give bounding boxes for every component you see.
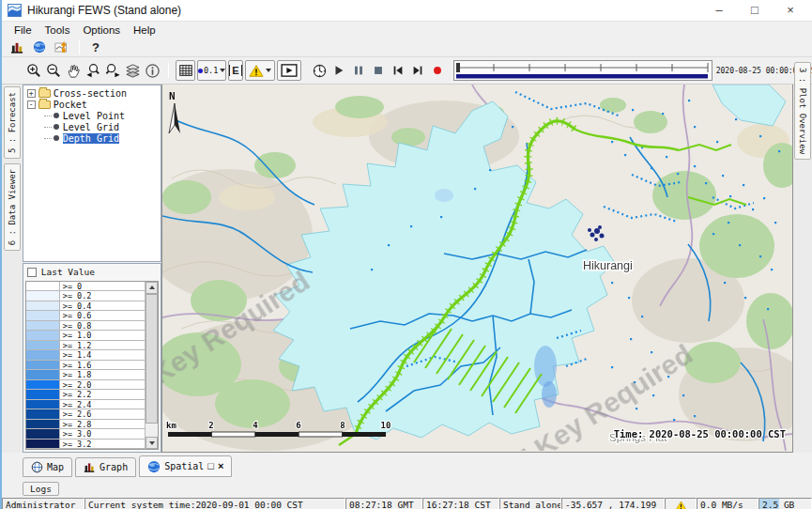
stop-button[interactable]	[369, 60, 389, 81]
last-value-label: Last Value	[41, 267, 95, 277]
tab-spatial[interactable]: Spatial □ ×	[139, 455, 232, 477]
map-time-label: Time: 2020-08-25 00:00:00 CST	[614, 428, 786, 440]
tree-item-label[interactable]: Level Point	[63, 111, 125, 121]
database-bars-icon	[10, 40, 24, 54]
tab-restore-icon[interactable]: □	[207, 461, 214, 471]
left-panel: + Cross-section - Pocket	[23, 85, 161, 453]
zoom-out-button[interactable]	[44, 60, 64, 81]
status-mode: Stand alone	[499, 498, 561, 509]
map-panel: API Key Required API Key Required Hikura…	[161, 85, 793, 453]
last-value-checkbox[interactable]	[27, 268, 37, 277]
right-tabs: 3 : Plot Overview	[794, 62, 811, 160]
tree-item[interactable]: Level Grid	[23, 121, 161, 132]
legend-row: >= 3.2	[26, 440, 145, 450]
layers-button[interactable]	[123, 60, 143, 81]
legend-label: >= 2.0	[60, 380, 145, 390]
legend-color-swatch	[26, 301, 60, 311]
scroll-thumb[interactable]	[146, 294, 158, 424]
legend-label: >= 0.2	[60, 291, 145, 301]
close-button[interactable]: ×	[773, 1, 808, 20]
tree-connector	[44, 127, 52, 128]
legend-color-swatch	[26, 291, 60, 301]
north-label: N	[169, 90, 176, 102]
status-warning[interactable]	[665, 498, 697, 509]
tree-item-label[interactable]: Depth Grid	[63, 133, 119, 144]
info-button[interactable]	[143, 60, 162, 81]
classification-button[interactable]: E	[228, 60, 242, 81]
help-button[interactable]: ?	[85, 40, 106, 54]
legend-scrollbar[interactable]	[145, 282, 158, 450]
tab-graph[interactable]: Graph	[75, 457, 136, 477]
tree-item-label[interactable]: Level Grid	[63, 122, 119, 132]
status-user: Administrator	[2, 498, 84, 509]
contour-threshold-dropdown[interactable]: 0.1	[197, 60, 226, 81]
pause-button[interactable]	[349, 60, 369, 81]
side-tab[interactable]: 3 : Plot Overview	[794, 62, 811, 160]
zoom-previous-button[interactable]	[84, 60, 103, 81]
tab-map[interactable]: Map	[23, 457, 72, 477]
side-tab[interactable]: 5 : Forecast	[4, 86, 21, 159]
animation-timer-button[interactable]	[310, 60, 329, 81]
tree-item[interactable]: - Pocket	[23, 99, 161, 110]
legend-label: >= 1.8	[60, 370, 145, 379]
timeseries-button[interactable]	[51, 39, 73, 55]
title-bar: Hikurangi FEWS (Stand alone) – □ ×	[2, 0, 812, 21]
chart-up-arrow-icon	[54, 40, 69, 54]
scale-tick: 8	[340, 421, 345, 430]
logs-button[interactable]: Logs	[23, 482, 59, 496]
zoom-out-icon	[46, 63, 62, 79]
map-display-button[interactable]	[28, 39, 51, 55]
step-forward-button[interactable]	[408, 60, 428, 81]
legend-label: >= 2.6	[60, 409, 145, 419]
play-button[interactable]	[329, 60, 349, 81]
menu-item[interactable]: Tools	[38, 23, 77, 37]
tab-close-icon[interactable]: ×	[218, 461, 223, 471]
tree-expander-icon[interactable]: +	[27, 89, 36, 98]
node-bullet-icon	[54, 124, 59, 130]
menu-item[interactable]: Options	[76, 23, 127, 37]
zoom-next-button[interactable]	[103, 60, 123, 81]
legend-row: >= 0.8	[26, 321, 145, 332]
map-canvas[interactable]: API Key Required API Key Required Hikura…	[162, 85, 792, 451]
pan-button[interactable]	[64, 60, 84, 81]
legend-label: >= 0	[60, 282, 145, 291]
legend-row: >= 2.4	[26, 400, 145, 410]
legend-label: >= 1.0	[60, 331, 145, 340]
record-button[interactable]	[428, 60, 448, 81]
stop-icon	[372, 64, 385, 77]
topology-tree: + Cross-section - Pocket	[23, 85, 161, 262]
legend-row: >= 1.4	[26, 350, 145, 361]
menu-item[interactable]: File	[8, 23, 38, 37]
warning-dropdown-button[interactable]	[245, 60, 275, 81]
minimize-button[interactable]: –	[701, 1, 737, 20]
step-back-button[interactable]	[389, 60, 408, 81]
legend-color-swatch	[26, 420, 60, 429]
tree-item-label[interactable]: Pocket	[54, 100, 87, 110]
pan-hand-icon	[66, 63, 82, 79]
legend-label: >= 2.8	[60, 420, 145, 429]
toolbar-main: ?	[2, 38, 812, 56]
legend-label: >= 1.2	[60, 341, 145, 350]
classification-e-icon: E	[229, 65, 241, 76]
menu-item[interactable]: Help	[127, 23, 162, 37]
toolbar-separator	[79, 39, 80, 54]
side-tab-label: 3 : Plot Overview	[798, 68, 807, 154]
legend-row: >= 1.0	[26, 331, 145, 341]
grid-display-button[interactable]	[176, 60, 195, 81]
scroll-down-button[interactable]	[146, 437, 158, 449]
time-slider[interactable]	[453, 60, 712, 81]
legend-row: >= 0.2	[26, 291, 145, 301]
legend-label: >= 3.0	[60, 429, 145, 439]
tree-expander-icon[interactable]: -	[27, 100, 36, 109]
animation-player-button[interactable]	[277, 60, 301, 81]
tree-item-label[interactable]: Cross-section	[54, 88, 127, 99]
database-button[interactable]	[6, 39, 28, 55]
tree-item[interactable]: + Cross-section	[23, 87, 161, 99]
scroll-up-button[interactable]	[146, 282, 158, 294]
maximize-button[interactable]: □	[737, 1, 773, 20]
side-tab[interactable]: 6 : Data Viewer	[4, 163, 21, 251]
zoom-in-button[interactable]	[24, 60, 44, 81]
tree-item[interactable]: Depth Grid	[23, 132, 161, 144]
tree-item[interactable]: Level Point	[23, 110, 161, 121]
scroll-track[interactable]	[146, 294, 158, 438]
